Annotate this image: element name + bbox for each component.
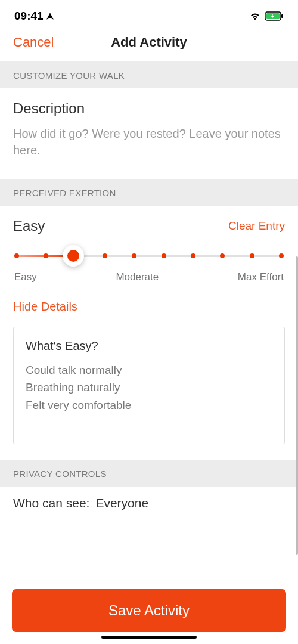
- slider-label-max: Max Effort: [238, 271, 284, 283]
- home-indicator[interactable]: [101, 636, 197, 639]
- location-icon: [46, 12, 54, 20]
- status-time: 09:41: [14, 10, 54, 23]
- status-icons: [249, 11, 284, 21]
- details-title: What's Easy?: [26, 339, 272, 353]
- details-line: Could talk normally: [26, 361, 272, 379]
- cancel-button[interactable]: Cancel: [13, 35, 54, 50]
- svg-rect-2: [281, 14, 283, 18]
- clear-entry-button[interactable]: Clear Entry: [228, 219, 285, 233]
- section-header-customize: CUSTOMIZE YOUR WALK: [0, 61, 298, 88]
- slider-label-easy: Easy: [14, 271, 37, 283]
- privacy-value: Everyone: [95, 496, 148, 510]
- slider-label-moderate: Moderate: [116, 271, 159, 283]
- privacy-visibility-row[interactable]: Who can see: Everyone: [13, 496, 285, 510]
- exertion-slider[interactable]: Easy Moderate Max Effort: [13, 255, 285, 283]
- scroll-indicator[interactable]: [296, 256, 298, 555]
- details-line: Felt very comfortable: [26, 397, 272, 414]
- details-line: Breathing naturally: [26, 379, 272, 396]
- exertion-level-label: Easy: [13, 218, 45, 234]
- description-label: Description: [13, 100, 285, 117]
- wifi-icon: [249, 11, 261, 21]
- privacy-label: Who can see:: [13, 496, 89, 510]
- page-title: Add Activity: [111, 35, 187, 50]
- description-input[interactable]: [13, 125, 285, 159]
- nav-bar: Cancel Add Activity: [0, 30, 298, 61]
- hide-details-button[interactable]: Hide Details: [13, 300, 285, 314]
- section-header-exertion: PERCEIVED EXERTION: [0, 179, 298, 206]
- battery-icon: [265, 11, 284, 21]
- section-header-privacy: PRIVACY CONTROLS: [0, 460, 298, 487]
- save-button-container: Save Activity: [0, 577, 298, 644]
- slider-thumb[interactable]: [63, 245, 84, 267]
- exertion-details-box: What's Easy? Could talk normally Breathi…: [13, 327, 285, 444]
- save-activity-button[interactable]: Save Activity: [12, 589, 286, 632]
- exertion-section: Easy Clear Entry Easy Modera: [0, 206, 298, 460]
- status-bar: 09:41: [0, 0, 298, 30]
- description-section: Description: [0, 88, 298, 179]
- privacy-section: Who can see: Everyone: [0, 487, 298, 525]
